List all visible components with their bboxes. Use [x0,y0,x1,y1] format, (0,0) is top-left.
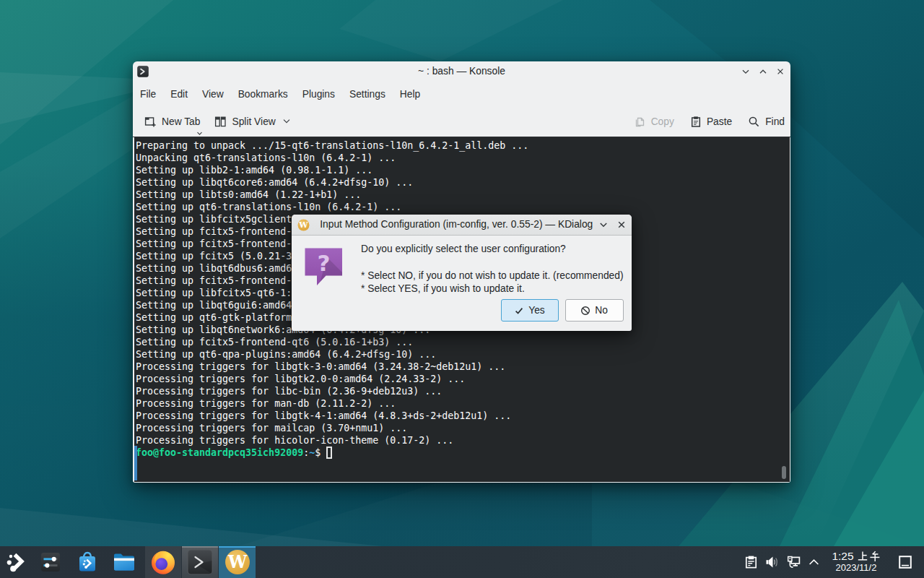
new-tab-dropdown-icon [196,131,203,136]
menu-plugins[interactable]: Plugins [295,87,342,102]
dialog-close-button[interactable] [616,219,627,230]
dialog-note-yes: * Select YES, if you wish to update it. [361,282,624,296]
terminal-line: Setting up fcitx5-frontend-qt6 (5.0.16-1… [136,336,528,348]
terminal-line: Setting up qt6-translations-l10n (6.4.2-… [136,201,528,213]
dialog-minimize-button[interactable] [598,219,609,230]
terminal-line: Processing triggers for libgtk-4-1:amd64… [136,410,528,422]
no-label: No [595,305,608,316]
split-view-button[interactable]: Split View [214,116,290,128]
terminal-scrollbar[interactable] [782,466,786,479]
maximize-button[interactable] [757,66,769,77]
copy-button[interactable]: Copy [635,116,674,128]
split-view-icon [214,116,227,128]
digital-clock[interactable]: 1:25 2023/11/2 [827,550,885,572]
dialog-button-row: Yes No [501,299,624,322]
paste-button[interactable]: Paste [690,116,732,128]
clock-time: 1:25 [827,550,885,562]
menu-bookmarks[interactable]: Bookmarks [231,87,295,102]
close-button[interactable] [775,66,786,77]
dialog-titlebar[interactable]: W Input Method Configuration (im-config,… [292,215,632,236]
terminal-line: Unpacking qt6-translations-l10n (6.4.2-1… [136,152,528,164]
terminal-line: Processing triggers for man-db (2.11.2-2… [136,397,528,410]
find-button[interactable]: Find [748,116,785,128]
prompt-separator: : [303,447,309,458]
copy-icon [635,116,646,128]
konsole-task-icon [187,549,213,575]
task-im-config-dialog[interactable]: W [219,546,256,578]
prohibition-icon [580,306,590,316]
terminal-line: Setting up libts0:amd64 (1.22-1+b1) ... [136,189,528,201]
dialog-body: ? Do you explicitly select the user conf… [292,236,632,330]
terminal-line: Setting up qt6-qpa-plugins:amd64 (6.4.2+… [136,348,528,361]
dialog-notes: * Select NO, if you do not wish to updat… [361,269,624,296]
terminal-line: Processing triggers for hicolor-icon-the… [136,434,528,447]
desktop: ~ : bash — Konsole File Edit View Bookma… [0,0,924,578]
expand-tray-icon[interactable] [808,558,819,566]
dolphin-file-manager-launcher[interactable] [113,552,136,572]
prompt-symbol: $ [315,447,326,458]
question-icon: ? [305,248,343,287]
konsole-titlebar[interactable]: ~ : bash — Konsole [133,61,790,82]
im-config-task-icon: W [225,549,250,575]
yes-label: Yes [528,305,545,316]
application-launcher-button[interactable] [6,553,25,572]
network-tray-icon[interactable] [787,556,801,569]
dialog-question-text: Do you explicitly select the user config… [361,243,566,254]
konsole-toolbar: New Tab Split View [133,106,790,137]
terminal-line: Processing triggers for libgtk-3-0:amd64… [136,361,528,373]
prompt-user-host: foo@foo-standardpcq35ich92009 [136,447,303,458]
terminal-line: Processing triggers for libgtk2.0-0:amd6… [136,373,528,385]
show-desktop-button[interactable] [899,556,912,569]
split-view-label: Split View [232,116,275,127]
minimize-button[interactable] [740,66,751,77]
new-tab-label: New Tab [162,116,200,127]
volume-tray-icon[interactable] [765,556,779,569]
terminal-prompt-line: foo@foo-standardpcq35ich92009:~$ [136,447,528,459]
menu-edit[interactable]: Edit [163,87,195,102]
dialog-note-no: * Select NO, if you do not wish to updat… [361,269,624,282]
terminal-line: Setting up libb2-1:amd64 (0.98.1-1.1) ..… [136,164,528,176]
new-tab-button[interactable]: New Tab [144,116,200,128]
menu-view[interactable]: View [195,87,231,102]
svg-text:W: W [298,220,308,230]
terminal-line: Setting up libqt6core6:amd64 (6.4.2+dfsg… [136,176,528,189]
terminal-line: Processing triggers for libc-bin (2.36-9… [136,385,528,397]
konsole-window-title: ~ : bash — Konsole [133,61,790,82]
clock-date: 2023/11/2 [827,563,885,572]
terminal-line: Processing triggers for mailcap (3.70+nm… [136,422,528,434]
copy-label: Copy [651,116,674,127]
taskbar-panel: W 1:25 [0,546,924,578]
svg-text:W: W [227,552,247,571]
find-icon [748,116,760,128]
clock-time-text: 1:25 [832,550,853,562]
menu-file[interactable]: File [133,87,163,102]
split-view-dropdown-icon [282,118,291,124]
svg-text:?: ? [318,250,331,276]
new-output-indicator [134,446,137,480]
task-konsole[interactable] [182,546,218,578]
konsole-menubar: File Edit View Bookmarks Plugins Setting… [133,82,790,106]
window-controls [740,66,786,77]
clock-ampm-glyphs [857,551,881,562]
menu-settings[interactable]: Settings [342,87,393,102]
dialog-title: Input Method Configuration (im-config, v… [319,215,594,235]
discover-launcher[interactable] [77,551,98,573]
check-icon [514,306,524,316]
menu-help[interactable]: Help [393,87,427,102]
no-button[interactable]: No [565,299,624,322]
find-label: Find [765,116,785,127]
paste-label: Paste [707,116,732,127]
paste-icon [690,116,702,128]
task-firefox[interactable] [145,546,181,578]
yes-button[interactable]: Yes [501,299,559,322]
im-config-dialog: W Input Method Configuration (im-config,… [292,215,632,331]
dialog-window-controls [598,219,627,230]
terminal-cursor [326,447,332,459]
toolbar-right-group: Copy Paste Find [635,116,785,128]
clipboard-tray-icon[interactable] [745,556,757,569]
dialog-app-icon: W [297,219,310,231]
new-tab-icon [144,116,157,128]
firefox-icon [149,548,177,576]
terminal-line: Preparing to unpack .../15-qt6-translati… [136,139,528,152]
system-settings-launcher[interactable] [40,552,61,572]
